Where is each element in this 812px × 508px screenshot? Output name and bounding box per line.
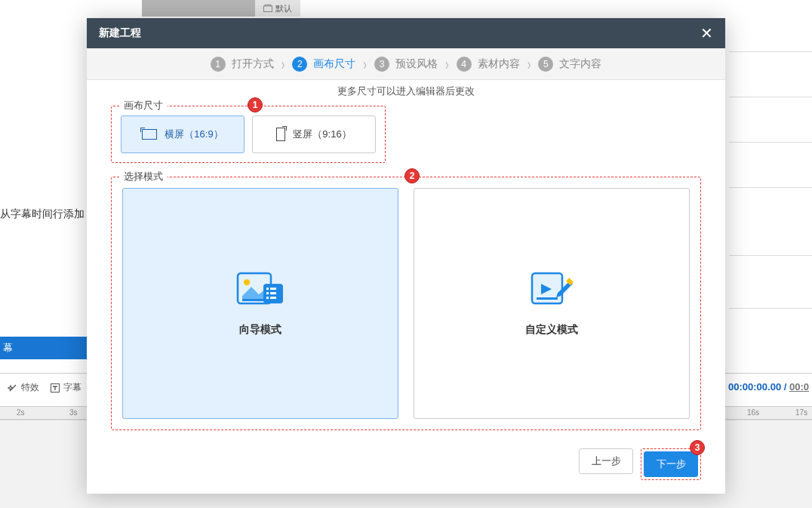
modal-footer: 上一步 3 下一步 [87,439,725,494]
portrait-icon [276,128,285,141]
custom-mode-icon [527,270,576,309]
close-icon[interactable]: ✕ [700,24,713,42]
svg-rect-9 [266,288,269,290]
modal-overlay: 新建工程 ✕ 1打开方式 › 2画布尺寸 › 3预设风格 › 4素材内容 › 5… [0,0,812,508]
wizard-stepper: 1打开方式 › 2画布尺寸 › 3预设风格 › 4素材内容 › 5文字内容 [87,48,725,80]
size-landscape-option[interactable]: 横屏（16:9） [121,115,245,153]
new-project-modal: 新建工程 ✕ 1打开方式 › 2画布尺寸 › 3预设风格 › 4素材内容 › 5… [87,18,725,494]
step-5[interactable]: 5文字内容 [538,57,601,72]
annotation-3: 3 [690,440,705,455]
mode-wizard-card[interactable]: 向导模式 [122,188,398,419]
annotation-1: 1 [248,97,263,112]
svg-rect-8 [270,297,276,299]
landscape-icon [142,129,157,140]
wizard-mode-icon [236,270,285,309]
svg-rect-7 [270,292,276,294]
canvas-size-legend: 画布尺寸 [119,99,168,112]
svg-rect-11 [266,297,269,299]
chevron-right-icon: › [527,54,531,74]
step-3[interactable]: 3预设风格 [374,57,438,72]
size-portrait-option[interactable]: 竖屏（9:16） [252,115,376,153]
chevron-right-icon: › [445,54,449,74]
mode-select-fieldset: 2 选择模式 [111,177,701,430]
modal-title: 新建工程 [99,26,141,40]
step-1[interactable]: 1打开方式 [211,57,274,72]
size-hint: 更多尺寸可以进入编辑器后更改 [111,85,701,98]
svg-point-3 [244,279,250,285]
annotation-2: 2 [404,168,420,183]
canvas-size-fieldset: 1 画布尺寸 横屏（16:9） 竖屏（9:16） [111,106,386,163]
step-2[interactable]: 2画布尺寸 [292,57,355,72]
chevron-right-icon: › [281,54,285,74]
svg-rect-13 [537,297,558,300]
svg-rect-10 [266,292,269,294]
chevron-right-icon: › [363,54,367,74]
svg-rect-4 [242,299,265,301]
next-button-highlight: 3 下一步 [641,448,701,480]
modal-header: 新建工程 ✕ [87,18,725,48]
svg-rect-6 [270,288,276,290]
mode-legend: 选择模式 [119,170,168,183]
step-4[interactable]: 4素材内容 [457,57,520,72]
mode-custom-card[interactable]: 自定义模式 [414,188,690,419]
modal-body: 更多尺寸可以进入编辑器后更改 1 画布尺寸 横屏（16:9） 竖屏（9:16） … [87,80,725,439]
next-button[interactable]: 下一步 [644,451,698,477]
prev-button[interactable]: 上一步 [579,448,633,474]
